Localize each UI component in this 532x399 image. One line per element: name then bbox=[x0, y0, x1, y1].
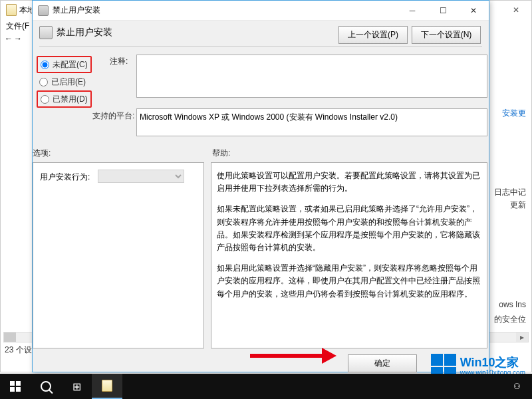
people-icon: ⚇ bbox=[513, 382, 521, 391]
parent-toolbar: ← → bbox=[5, 34, 22, 43]
dialog-minimize-button[interactable]: ─ bbox=[397, 1, 428, 21]
toolbar-forward-icon[interactable]: → bbox=[14, 34, 22, 43]
platform-text: Microsoft Windows XP 或 Windows 2000 (安装有… bbox=[140, 112, 398, 122]
windows-start-icon bbox=[10, 381, 21, 392]
radio-disabled-label: 已禁用(D) bbox=[53, 94, 88, 105]
radio-enabled-label: 已启用(E) bbox=[51, 76, 86, 88]
bg-text-owsins: ows Ins bbox=[499, 300, 526, 309]
comment-textarea[interactable] bbox=[136, 55, 487, 98]
policy-dialog: 禁止用户安装 ─ ☐ ✕ 禁止用户安装 上一个设置(P) 下一个设置(N) 未配… bbox=[32, 0, 489, 372]
comment-label: 注释: bbox=[110, 56, 128, 67]
scrollbar-thumb[interactable] bbox=[4, 332, 16, 342]
dialog-title: 禁止用户安装 bbox=[53, 5, 397, 16]
next-setting-button[interactable]: 下一个设置(N) bbox=[412, 26, 481, 44]
svg-rect-0 bbox=[10, 381, 15, 386]
help-panel[interactable]: 使用此策略设置可以配置用户安装。若要配置此策略设置，请将其设置为已启用并使用下拉… bbox=[211, 162, 487, 348]
radio-not-configured[interactable]: 未配置(C) bbox=[37, 56, 92, 73]
radio-enabled[interactable]: 已启用(E) bbox=[37, 73, 92, 90]
separator bbox=[39, 46, 482, 47]
help-paragraph-3: 如果启用此策略设置并选择“隐藏用户安装”，则安装程序将忽略按照每个用户安装的应用… bbox=[217, 262, 481, 301]
platform-box: Microsoft Windows XP 或 Windows 2000 (安装有… bbox=[136, 108, 487, 136]
dialog-close-button[interactable]: ✕ bbox=[458, 1, 489, 21]
taskbar-taskview-button[interactable]: ⊞ bbox=[61, 374, 92, 399]
dialog-subtitle: 禁止用户安装 bbox=[57, 27, 112, 39]
status-bar: 23 个设 bbox=[5, 344, 32, 356]
search-icon bbox=[41, 381, 51, 392]
option-user-install-label: 用户安装行为: bbox=[40, 172, 90, 182]
bg-text-update: 更新 bbox=[510, 200, 526, 211]
radio-not-configured-label: 未配置(C) bbox=[53, 59, 88, 70]
prev-setting-button[interactable]: 上一个设置(P) bbox=[338, 26, 408, 44]
parent-menu-file[interactable]: 文件(F bbox=[6, 21, 29, 32]
help-label: 帮助: bbox=[212, 148, 230, 159]
toolbar-back-icon[interactable]: ← bbox=[5, 34, 13, 43]
bg-link-install[interactable]: 安装更 bbox=[502, 108, 526, 119]
taskbar-search-button[interactable] bbox=[31, 374, 61, 399]
scrollbar-right-button[interactable]: ▸ bbox=[516, 332, 528, 342]
taskbar-app-gpedit[interactable] bbox=[92, 374, 122, 399]
svg-rect-3 bbox=[16, 387, 21, 392]
options-label: 选项: bbox=[33, 148, 51, 159]
state-radio-group: 未配置(C) 已启用(E) 已禁用(D) bbox=[37, 56, 92, 108]
taskbar[interactable]: ⊞ ⚇ bbox=[0, 374, 532, 399]
dialog-maximize-button[interactable]: ☐ bbox=[428, 1, 458, 21]
dialog-titlebar[interactable]: 禁止用户安装 ─ ☐ ✕ bbox=[33, 1, 489, 21]
help-paragraph-2: 如果未配置此策略设置，或者如果已启用此策略并选择了“允许用户安装”，则安装程序将… bbox=[217, 203, 481, 254]
parent-close-button[interactable]: ✕ bbox=[501, 1, 531, 19]
app-icon bbox=[6, 4, 17, 16]
ok-button[interactable]: 确定 bbox=[348, 354, 417, 372]
policy-icon bbox=[39, 26, 53, 39]
platform-label: 支持的平台: bbox=[92, 110, 134, 122]
svg-rect-2 bbox=[10, 387, 15, 392]
radio-enabled-input[interactable] bbox=[39, 78, 48, 86]
help-paragraph-1: 使用此策略设置可以配置用户安装。若要配置此策略设置，请将其设置为已启用并使用下拉… bbox=[217, 170, 481, 195]
bg-text-security: 的安全位 bbox=[494, 314, 526, 325]
svg-rect-1 bbox=[16, 381, 21, 386]
taskbar-people-button[interactable]: ⚇ bbox=[501, 374, 532, 399]
radio-disabled[interactable]: 已禁用(D) bbox=[37, 90, 92, 108]
options-panel: 用户安装行为: bbox=[33, 162, 204, 348]
watermark-title: Win10之家 bbox=[460, 356, 525, 370]
bg-text-log: 日志中记 bbox=[494, 187, 526, 198]
dialog-icon bbox=[38, 5, 49, 16]
taskview-icon: ⊞ bbox=[72, 380, 81, 393]
radio-disabled-input[interactable] bbox=[41, 95, 49, 104]
radio-not-configured-input[interactable] bbox=[41, 61, 49, 69]
document-icon bbox=[102, 380, 112, 392]
start-button[interactable] bbox=[0, 374, 31, 399]
option-user-install-select[interactable] bbox=[98, 170, 184, 183]
